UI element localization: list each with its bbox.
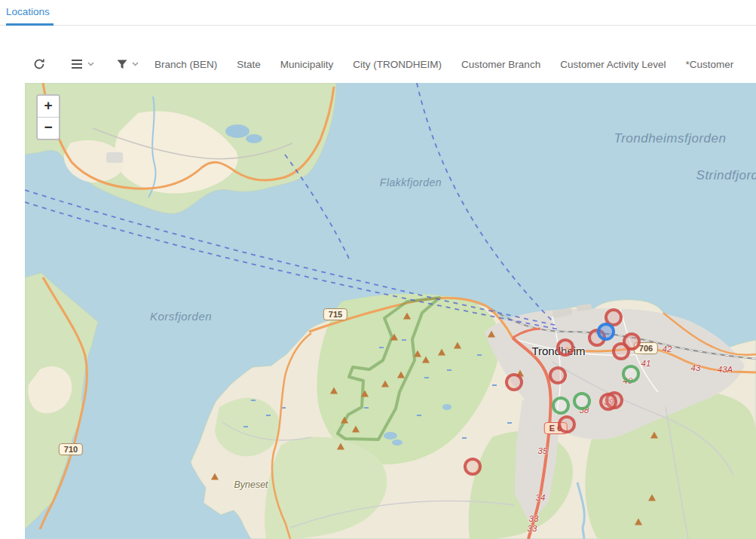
location-marker-red[interactable] [464, 458, 482, 476]
chevron-down-icon [87, 62, 94, 66]
filter-icon[interactable] [117, 60, 139, 69]
zoom-out-button[interactable]: − [38, 118, 59, 139]
location-marker-blue[interactable] [597, 323, 615, 341]
location-marker-green[interactable] [552, 397, 570, 415]
lake [225, 124, 249, 138]
lake [384, 432, 397, 439]
filter-item[interactable]: Customer Branch [461, 59, 540, 70]
tab-active-underline [6, 23, 54, 26]
location-marker-red[interactable] [599, 393, 617, 411]
map-toolbar: Branch (BEN)StateMunicipalityCity (TROND… [0, 45, 756, 83]
location-marker-red[interactable] [505, 373, 523, 391]
chevron-down-icon [132, 62, 139, 66]
zoom-in-button[interactable]: + [38, 96, 59, 118]
refresh-icon[interactable] [33, 58, 45, 70]
map-base-layers [25, 83, 756, 539]
location-marker-red[interactable] [558, 415, 576, 433]
lake [392, 439, 402, 446]
zoom-control: + − [36, 94, 60, 140]
lake [246, 134, 262, 143]
filter-item[interactable]: State [237, 59, 261, 70]
location-marker-red[interactable] [549, 366, 567, 384]
location-marker-green[interactable] [622, 365, 640, 383]
filter-item[interactable]: *Customer [685, 59, 733, 70]
tab-locations[interactable]: Locations [6, 6, 50, 17]
location-marker-red[interactable] [556, 338, 574, 357]
tab-bar: Locations [0, 0, 756, 26]
lake [442, 404, 451, 410]
list-menu-icon[interactable] [71, 59, 94, 69]
filter-chip-list: Branch (BEN)StateMunicipalityCity (TROND… [155, 59, 733, 70]
location-marker-green[interactable] [573, 392, 591, 410]
residential-patch [106, 152, 123, 163]
filter-item[interactable]: Branch (BEN) [155, 59, 217, 70]
filter-item[interactable]: City (TRONDHEIM) [353, 59, 442, 70]
filter-item[interactable]: Municipality [280, 59, 334, 70]
location-marker-red[interactable] [612, 342, 630, 360]
filter-item[interactable]: Customer Activity Level [560, 59, 666, 70]
map-canvas[interactable]: TrondheimsfjordenStrindfjordenFlakkfjord… [25, 83, 756, 539]
